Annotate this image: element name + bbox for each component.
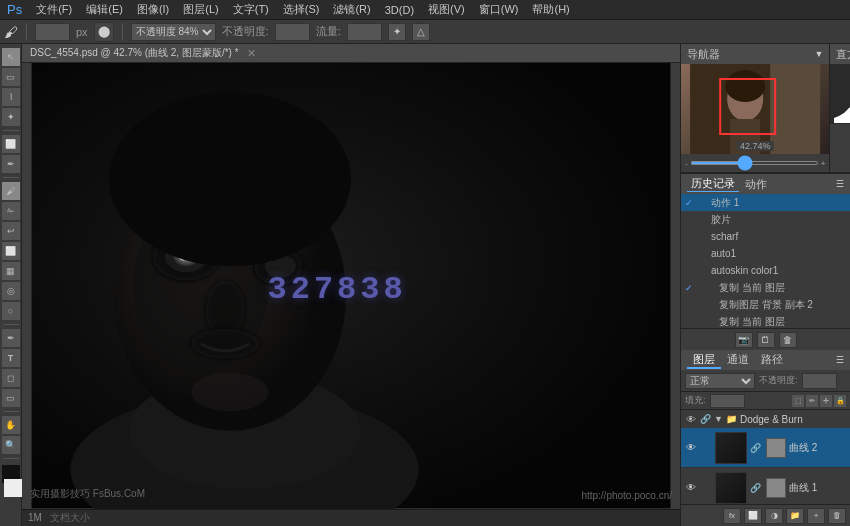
pen-tool[interactable]: ✒ bbox=[2, 329, 20, 347]
add-adjustment-btn[interactable]: ◑ bbox=[765, 508, 783, 524]
eraser-tool[interactable]: ⬜ bbox=[2, 242, 20, 260]
marquee-tool[interactable]: ▭ bbox=[2, 68, 20, 86]
dodge-tool[interactable]: ○ bbox=[2, 302, 20, 320]
history-tab[interactable]: 历史记录 bbox=[687, 176, 739, 192]
layer-group-header[interactable]: 👁 🔗 ▼ 📁 Dodge & Burn bbox=[681, 410, 850, 428]
zoom-out-icon[interactable]: - bbox=[685, 159, 688, 168]
history-list: ✓ 动作 1 胶片 scharf auto1 autoskin color1 ✓… bbox=[681, 194, 850, 328]
path-tool[interactable]: ◻ bbox=[2, 369, 20, 387]
crop-tool[interactable]: ⬜ bbox=[2, 135, 20, 153]
menu-item-view[interactable]: 视图(V) bbox=[425, 2, 468, 17]
gradient-tool[interactable]: ▦ bbox=[2, 262, 20, 280]
layer-info: 曲线 1 bbox=[789, 481, 846, 495]
fill-label: 填充: bbox=[685, 394, 706, 407]
opacity-value-input[interactable]: 100% bbox=[802, 373, 837, 389]
move-tool[interactable]: ↖ bbox=[2, 48, 20, 66]
canvas-tab[interactable]: DSC_4554.psd @ 42.7% (曲线 2, 图层蒙版/*) * ✕ bbox=[22, 44, 680, 63]
hand-tool[interactable]: ✋ bbox=[2, 416, 20, 434]
menu-item-select[interactable]: 选择(S) bbox=[280, 2, 323, 17]
fill-value-input[interactable]: 100% bbox=[710, 394, 745, 408]
group-name: Dodge & Burn bbox=[740, 414, 803, 425]
shape-tool[interactable]: ▭ bbox=[2, 389, 20, 407]
blur-tool[interactable]: ◎ bbox=[2, 282, 20, 300]
layer-thumbnail bbox=[715, 432, 747, 464]
tool-brush-icon[interactable]: 🖌 bbox=[4, 24, 18, 40]
lock-all-icon[interactable]: 🔒 bbox=[834, 395, 846, 407]
opacity-input[interactable]: 84% bbox=[275, 23, 310, 41]
canvas-content[interactable]: 327838 实用摄影技巧 FsBus.CoM http://photo.poc… bbox=[22, 63, 680, 508]
actions-tab[interactable]: 动作 bbox=[741, 177, 771, 192]
lock-brush-icon[interactable]: ✏ bbox=[806, 395, 818, 407]
history-item[interactable]: autoskin color1 bbox=[681, 262, 850, 279]
clone-stamp-tool[interactable]: ✁ bbox=[2, 202, 20, 220]
history-item[interactable]: ✓ 动作 1 bbox=[681, 194, 850, 211]
history-item[interactable]: scharf bbox=[681, 228, 850, 245]
blend-mode-select[interactable]: 正常 bbox=[685, 373, 755, 389]
navigator-collapse-icon[interactable]: ▼ bbox=[814, 49, 823, 59]
history-item-label: autoskin color1 bbox=[711, 265, 778, 276]
menu-item-image[interactable]: 图像(I) bbox=[134, 2, 172, 17]
layer-visibility-icon[interactable]: 👁 bbox=[685, 442, 697, 453]
history-item[interactable]: 胶片 bbox=[681, 211, 850, 228]
right-column: 导航器 ▼ bbox=[680, 44, 850, 526]
zoom-slider[interactable] bbox=[690, 161, 819, 165]
add-layer-style-btn[interactable]: fx bbox=[723, 508, 741, 524]
history-item[interactable]: ✓ 复制 当前 图层 bbox=[681, 279, 850, 296]
group-visibility-icon[interactable]: 👁 bbox=[685, 413, 697, 425]
delete-layer-btn[interactable]: 🗑 bbox=[828, 508, 846, 524]
lock-move-icon[interactable]: ✛ bbox=[820, 395, 832, 407]
tablet-icon[interactable]: △ bbox=[412, 23, 430, 41]
text-tool[interactable]: T bbox=[2, 349, 20, 367]
menu-item-layer[interactable]: 图层(L) bbox=[180, 2, 221, 17]
menu-item-3d[interactable]: 3D(D) bbox=[382, 4, 417, 16]
zoom-in-icon[interactable]: + bbox=[821, 159, 826, 168]
watermark-right: http://photo.poco.cn/ bbox=[581, 490, 672, 501]
menu-item-file[interactable]: 文件(F) bbox=[33, 2, 75, 17]
brush-mode-select[interactable]: 不透明度 84% bbox=[131, 23, 216, 41]
brush-hardness-icon[interactable]: ⬤ bbox=[94, 22, 114, 42]
eyedropper-tool[interactable]: ✒ bbox=[2, 155, 20, 173]
add-mask-btn[interactable]: ⬜ bbox=[744, 508, 762, 524]
history-new-doc-btn[interactable]: 🗒 bbox=[757, 332, 775, 348]
layer-item[interactable]: 👁 🔗 曲线 1 bbox=[681, 468, 850, 504]
zoom-tool[interactable]: 🔍 bbox=[2, 436, 20, 454]
layer-visibility-icon[interactable]: 👁 bbox=[685, 482, 697, 493]
airbrush-icon[interactable]: ✦ bbox=[388, 23, 406, 41]
canvas-tab-title: DSC_4554.psd @ 42.7% (曲线 2, 图层蒙版/*) * bbox=[30, 46, 239, 60]
history-item[interactable]: auto1 bbox=[681, 245, 850, 262]
lock-transparent-icon[interactable]: ⬚ bbox=[792, 395, 804, 407]
canvas-close-icon[interactable]: ✕ bbox=[247, 47, 256, 60]
layer-item[interactable]: 👁 🔗 曲线 2 bbox=[681, 428, 850, 468]
menu-item-edit[interactable]: 编辑(E) bbox=[83, 2, 126, 17]
tool-size-input[interactable]: 250 bbox=[35, 23, 70, 41]
layers-options-icon[interactable]: ☰ bbox=[836, 355, 844, 365]
tab-paths[interactable]: 路径 bbox=[755, 352, 789, 369]
add-group-btn[interactable]: 📁 bbox=[786, 508, 804, 524]
tab-channels[interactable]: 通道 bbox=[721, 352, 755, 369]
background-color[interactable] bbox=[4, 479, 22, 497]
menu-item-help[interactable]: 帮助(H) bbox=[529, 2, 572, 17]
toolbox: ↖ ▭ ⌇ ✦ ⬜ ✒ 🖌 ✁ ↩ ⬜ ▦ ◎ ○ ✒ T ◻ ▭ ✋ 🔍 bbox=[0, 44, 22, 526]
menu-item-filter[interactable]: 滤镜(R) bbox=[330, 2, 373, 17]
history-brush-tool[interactable]: ↩ bbox=[2, 222, 20, 240]
tab-layers[interactable]: 图层 bbox=[687, 352, 721, 369]
group-link-icon: 🔗 bbox=[700, 414, 711, 424]
history-item-label: 复制 当前 图层 bbox=[719, 315, 785, 329]
lock-icons: ⬚ ✏ ✛ 🔒 bbox=[792, 395, 846, 407]
history-options-icon[interactable]: ☰ bbox=[836, 179, 844, 189]
flow-input[interactable]: 100% bbox=[347, 23, 382, 41]
group-fold-icon[interactable]: ▼ bbox=[714, 414, 723, 424]
magic-wand-tool[interactable]: ✦ bbox=[2, 108, 20, 126]
lasso-tool[interactable]: ⌇ bbox=[2, 88, 20, 106]
brush-tool[interactable]: 🖌 bbox=[2, 182, 20, 200]
history-item-label: 动作 1 bbox=[711, 196, 739, 210]
menu-item-window[interactable]: 窗口(W) bbox=[476, 2, 522, 17]
svg-point-16 bbox=[191, 373, 268, 412]
history-item[interactable]: 复制 当前 图层 bbox=[681, 313, 850, 328]
history-snapshot-btn[interactable]: 📷 bbox=[735, 332, 753, 348]
history-delete-btn[interactable]: 🗑 bbox=[779, 332, 797, 348]
new-layer-btn[interactable]: + bbox=[807, 508, 825, 524]
history-item[interactable]: 复制图层 背景 副本 2 bbox=[681, 296, 850, 313]
menu-item-text[interactable]: 文字(T) bbox=[230, 2, 272, 17]
status-doc-size: 1M bbox=[28, 512, 42, 523]
